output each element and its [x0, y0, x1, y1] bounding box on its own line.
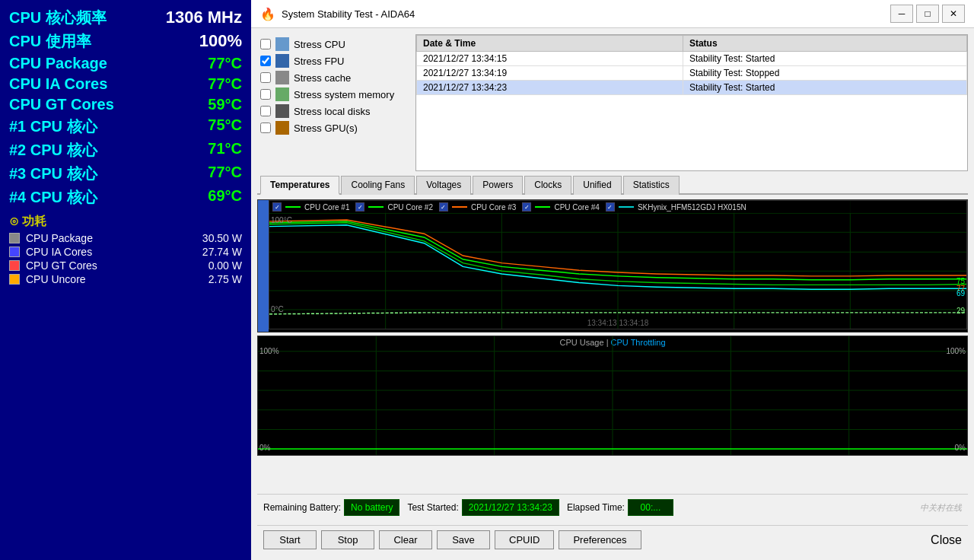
clear-button[interactable]: Clear [379, 530, 432, 549]
restore-button[interactable]: □ [916, 5, 939, 23]
temp-y-0: 0°C [271, 305, 284, 313]
cpu4-label: #4 CPU 核心 [9, 187, 97, 208]
stress-checkbox-5[interactable] [260, 123, 271, 133]
legend-label: CPU Core #2 [387, 203, 432, 212]
stress-label: Stress CPU [294, 39, 345, 50]
tab-voltages[interactable]: Voltages [416, 176, 471, 195]
log-datetime: 2021/12/27 13:34:19 [417, 66, 683, 81]
main-window: 🔥 System Stability Test - AIDA64 ─ □ ✕ S… [251, 0, 974, 560]
cpu-gt-cores-label: CPU GT Cores [9, 96, 114, 113]
app-icon: 🔥 [260, 7, 275, 21]
cpuid-button[interactable]: CPUID [495, 530, 554, 549]
cpu2-row: #2 CPU 核心 71°C [9, 138, 242, 162]
legend-item: ✓CPU Core #2 [355, 202, 432, 212]
tab-statistics[interactable]: Statistics [623, 176, 680, 195]
temp-y-100: 100°C [271, 216, 292, 224]
cpu-ia-cores-row: CPU IA Cores 77°C [9, 74, 242, 94]
legend-check: ✓ [439, 202, 448, 212]
usage-top-right: 100% [946, 347, 966, 355]
save-button[interactable]: Save [437, 530, 490, 549]
test-started-stat: Test Started: 2021/12/27 13:34:23 [407, 499, 559, 516]
cpu3-value: 77°C [208, 164, 242, 184]
stress-checkbox-0[interactable] [260, 39, 271, 49]
power-row: CPU Uncore2.75 W [9, 272, 242, 286]
cpu4-value: 69°C [208, 187, 242, 208]
preferences-button[interactable]: Preferences [559, 530, 641, 549]
stress-checkbox-3[interactable] [260, 89, 271, 100]
usage-chart: CPU Usage | CPU Throttling [257, 336, 968, 456]
stress-checkbox-4[interactable] [260, 106, 271, 116]
battery-label: Remaining Battery: [263, 502, 341, 513]
stress-item[interactable]: Stress cache [260, 71, 406, 84]
temp-val-69: 69 [956, 289, 965, 298]
start-button[interactable]: Start [263, 530, 317, 549]
window-title: System Stability Test - AIDA64 [282, 8, 415, 20]
stress-label: Stress FPU [294, 56, 344, 67]
elapsed-label: Elapsed Time: [567, 502, 625, 513]
log-status: Stability Test: Started [683, 81, 966, 95]
stress-item[interactable]: Stress system memory [260, 88, 406, 101]
temp-x-label: 13:34:13 13:34:18 [587, 319, 649, 327]
stress-icon [275, 37, 289, 51]
stress-item[interactable]: Stress CPU [260, 37, 406, 51]
power-section-label: ⊙ 功耗 [9, 209, 242, 231]
legend-label: CPU Core #1 [304, 203, 349, 212]
window-controls[interactable]: ─ □ ✕ [890, 5, 965, 23]
log-col-status: Status [683, 36, 966, 52]
action-bar[interactable]: Start Stop Clear Save CPUID Preferences … [257, 525, 968, 554]
stress-icon [275, 88, 289, 101]
cpu-package-label: CPU Package [9, 55, 107, 72]
legend-check: ✓ [522, 202, 531, 212]
chart-legend: ✓CPU Core #1✓CPU Core #2✓CPU Core #3✓CPU… [269, 201, 966, 213]
legend-label: CPU Core #4 [554, 203, 599, 212]
minimize-button[interactable]: ─ [890, 5, 913, 23]
stress-label: Stress local disks [294, 106, 370, 117]
temperature-chart: ✓CPU Core #1✓CPU Core #2✓CPU Core #3✓CPU… [269, 200, 967, 329]
log-table: Date & Time Status 2021/12/27 13:34:15St… [415, 34, 968, 171]
tab-temperatures[interactable]: Temperatures [260, 176, 339, 195]
legend-color [368, 206, 384, 208]
log-row[interactable]: 2021/12/27 13:34:23Stability Test: Start… [417, 81, 967, 95]
stress-label: Stress system memory [294, 89, 394, 100]
stress-checkbox-2[interactable] [260, 72, 271, 83]
title-bar: 🔥 System Stability Test - AIDA64 ─ □ ✕ [251, 0, 974, 28]
legend-check: ✓ [606, 202, 615, 212]
stress-checkbox-1[interactable] [260, 56, 271, 66]
close-button[interactable]: ✕ [942, 5, 965, 23]
legend-color [619, 206, 634, 208]
stress-item[interactable]: Stress local disks [260, 104, 406, 118]
usage-bottom-right: 0% [955, 444, 966, 452]
tab-bar[interactable]: TemperaturesCooling FansVoltagesPowersCl… [257, 176, 968, 195]
stress-options: Stress CPUStress FPUStress cacheStress s… [257, 34, 409, 171]
stop-button[interactable]: Stop [321, 530, 374, 549]
stress-item[interactable]: Stress FPU [260, 54, 406, 68]
test-started-value: 2021/12/27 13:34:23 [462, 499, 559, 516]
battery-value: No battery [344, 499, 399, 516]
power-row: CPU Package30.50 W [9, 231, 242, 245]
cpu-freq-label: CPU 核心频率 [9, 8, 107, 28]
log-status: Stability Test: Started [683, 52, 966, 66]
tab-unified[interactable]: Unified [573, 176, 621, 195]
cpu-package-row: CPU Package 77°C [9, 53, 242, 74]
stress-label: Stress GPU(s) [294, 123, 358, 134]
cpu2-label: #2 CPU 核心 [9, 140, 97, 161]
legend-item: ✓CPU Core #1 [272, 202, 349, 212]
temp-val-29: 29 [956, 307, 965, 315]
tab-cooling-fans[interactable]: Cooling Fans [341, 176, 415, 195]
power-row: CPU IA Cores27.74 W [9, 245, 242, 259]
tab-powers[interactable]: Powers [473, 176, 523, 195]
cpu3-row: #3 CPU 核心 77°C [9, 162, 242, 186]
tab-clocks[interactable]: Clocks [524, 176, 571, 195]
close-link[interactable]: Close [931, 533, 962, 547]
log-row[interactable]: 2021/12/27 13:34:15Stability Test: Start… [417, 52, 967, 66]
cpu1-label: #1 CPU 核心 [9, 116, 97, 137]
left-panel: CPU 核心频率 1306 MHz CPU 使用率 100% CPU Packa… [0, 0, 251, 560]
cpu1-value: 75°C [208, 116, 242, 137]
legend-check: ✓ [355, 202, 364, 212]
stress-item[interactable]: Stress GPU(s) [260, 121, 406, 135]
log-row[interactable]: 2021/12/27 13:34:19Stability Test: Stopp… [417, 66, 967, 81]
legend-color [535, 206, 550, 208]
legend-item: ✓CPU Core #3 [439, 202, 516, 212]
cpu-ia-cores-value: 77°C [208, 75, 242, 93]
window-body: Stress CPUStress FPUStress cacheStress s… [251, 28, 974, 560]
